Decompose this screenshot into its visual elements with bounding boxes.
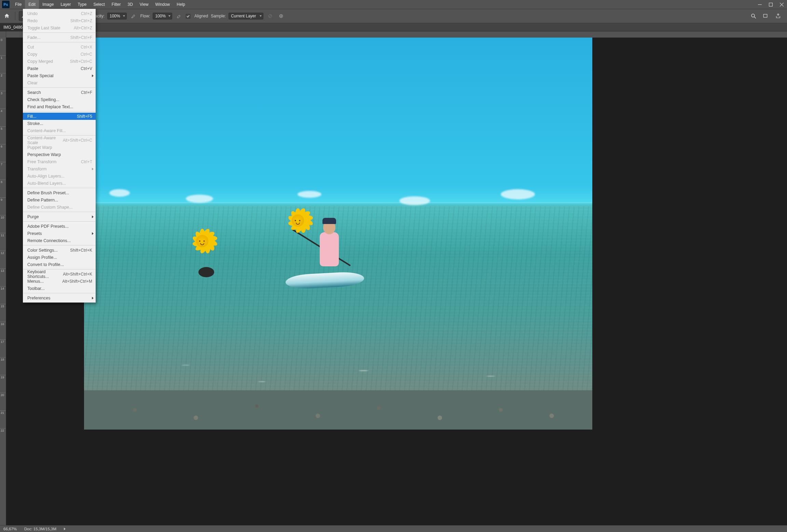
menuitem-content-aware-scale: Content-Aware ScaleAlt+Shift+Ctrl+C [23,137,96,144]
ruler-corner [0,31,6,38]
flow-label: Flow: [140,14,150,18]
menuitem-toolbar[interactable]: Toolbar... [23,285,96,292]
sunflower-sticker-0: • • [190,229,215,253]
swimmer-head [198,267,214,277]
menuitem-color-settings[interactable]: Color Settings...Shift+Ctrl+K [23,247,96,254]
pressure-size-icon[interactable] [277,12,285,20]
menu-select[interactable]: Select [90,0,108,9]
svg-point-6 [280,15,281,16]
menuitem-stroke[interactable]: Stroke... [23,120,96,127]
menuitem-cut: CutCtrl+X [23,43,96,51]
menuitem-define-custom-shape: Define Custom Shape... [23,204,96,211]
home-button[interactable] [2,11,12,21]
menu-help[interactable]: Help [173,0,189,9]
menuitem-copy: CopyCtrl+C [23,51,96,58]
menu-filter[interactable]: Filter [108,0,124,9]
edit-menu-dropdown: UndoCtrl+ZRedoShift+Ctrl+ZToggle Last St… [23,9,96,303]
options-bar: Opacity: 100% Flow: 100% Aligned Sample:… [0,9,787,23]
person-body [320,232,339,266]
window-maximize-button[interactable] [766,1,775,8]
doc-size: Doc: 15,3M/15,3M [24,527,56,531]
menu-image[interactable]: Image [39,0,57,9]
aligned-label: Aligned [194,14,208,18]
status-bar: 66,67% Doc: 15,3M/15,3M [0,525,787,532]
menuitem-convert-to-profile[interactable]: Convert to Profile... [23,261,96,268]
menuitem-find-and-replace-text[interactable]: Find and Replace Text... [23,103,96,110]
menu-window[interactable]: Window [152,0,174,9]
menuitem-perspective-warp[interactable]: Perspective Warp [23,151,96,158]
frame-icon[interactable] [762,12,770,20]
search-icon[interactable] [749,12,758,20]
menuitem-remote-connections[interactable]: Remote Connections... [23,237,96,244]
person-hat [322,218,336,224]
sunflower-sticker-1: • • [286,208,310,233]
menu-edit[interactable]: Edit [25,0,39,9]
menu-3d[interactable]: 3D [124,0,136,9]
svg-point-7 [751,14,755,17]
menuitem-presets[interactable]: Presets [23,230,96,237]
menu-file[interactable]: File [12,0,25,9]
document-tab-bar: IMG_0486.jp... ✕ [0,23,787,31]
ruler-vertical: 012345678910111213141516171819202122 [0,38,6,525]
menuitem-transform: Transform [23,165,96,172]
window-close-button[interactable] [777,1,786,8]
menuitem-copy-merged: Copy MergedShift+Ctrl+C [23,58,96,65]
menuitem-menus[interactable]: Menus...Alt+Shift+Ctrl+M [23,278,96,285]
sample-select[interactable]: Current Layer [229,13,263,19]
menuitem-purge[interactable]: Purge [23,213,96,220]
menubar: Ps FileEditImageLayerTypeSelectFilter3DV… [0,0,787,9]
document-canvas: • •• • [84,38,592,430]
window-minimize-button[interactable] [755,1,764,8]
workspace: 3456789101112131415161718192021222324252… [0,31,787,525]
sample-label: Sample: [211,14,226,18]
menuitem-keyboard-shortcuts[interactable]: Keyboard Shortcuts...Alt+Shift+Ctrl+K [23,270,96,278]
menuitem-auto-align-layers: Auto-Align Layers... [23,172,96,180]
menuitem-auto-blend-layers: Auto-Blend Layers... [23,180,96,187]
menu-type[interactable]: Type [74,0,90,9]
menuitem-clear: Clear [23,79,96,86]
menuitem-define-brush-preset[interactable]: Define Brush Preset... [23,189,96,196]
menuitem-paste[interactable]: PasteCtrl+V [23,65,96,72]
airbrush-icon[interactable] [175,12,183,20]
menu-layer[interactable]: Layer [57,0,74,9]
menuitem-paste-special[interactable]: Paste Special [23,72,96,79]
menuitem-undo: UndoCtrl+Z [23,10,96,17]
share-icon[interactable] [774,12,782,20]
menuitem-toggle-last-state: Toggle Last StateAlt+Ctrl+Z [23,24,96,31]
statusbar-chevron-icon[interactable] [64,528,66,530]
menuitem-fade: Fade...Shift+Ctrl+F [23,34,96,41]
menuitem-content-aware-fill: Content-Aware Fill... [23,127,96,134]
pressure-opacity-icon[interactable] [129,12,138,20]
menuitem-preferences[interactable]: Preferences [23,294,96,302]
canvas-area[interactable]: • •• • [6,38,787,525]
menuitem-define-pattern[interactable]: Define Pattern... [23,196,96,204]
aligned-checkbox[interactable] [186,14,190,18]
menuitem-fill[interactable]: Fill...Shift+F5 [23,113,96,120]
menuitem-adobe-pdf-presets[interactable]: Adobe PDF Presets... [23,223,96,230]
flow-input[interactable]: 100% [153,13,172,19]
svg-rect-0 [769,3,772,6]
menuitem-puppet-warp: Puppet Warp [23,144,96,151]
opacity-input[interactable]: 100% [107,13,127,19]
svg-rect-8 [763,14,767,17]
zoom-level[interactable]: 66,67% [3,527,17,531]
menuitem-assign-profile[interactable]: Assign Profile... [23,254,96,261]
menuitem-free-transform: Free TransformCtrl+T [23,158,96,165]
menu-view[interactable]: View [136,0,152,9]
ignore-adjustment-icon[interactable] [266,12,274,20]
menuitem-search[interactable]: SearchCtrl+F [23,89,96,96]
menuitem-check-spelling[interactable]: Check Spelling... [23,96,96,103]
menuitem-redo: RedoShift+Ctrl+Z [23,17,96,24]
app-logo: Ps [2,1,10,8]
